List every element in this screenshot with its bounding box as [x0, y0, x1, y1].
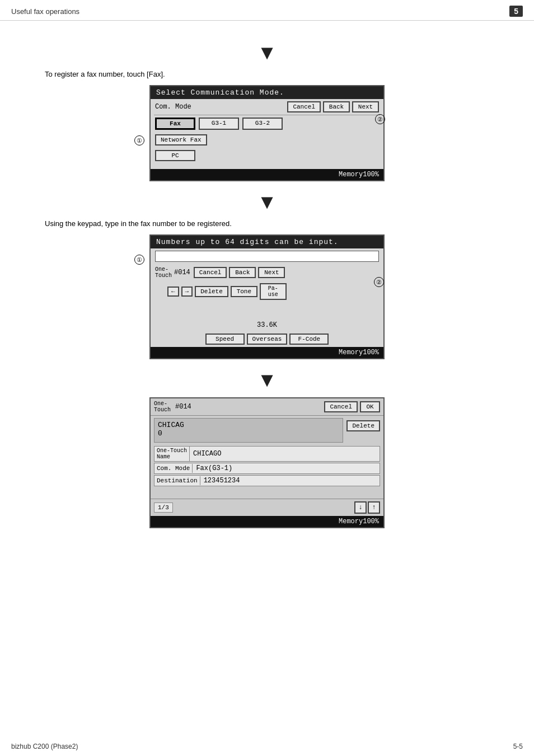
tone-btn[interactable]: Tone [231, 286, 257, 297]
p3-up-arrow-btn[interactable]: ↑ [368, 501, 380, 514]
panel2-bottom-btns: Speed Overseas F-Code [151, 331, 383, 347]
panel2-edit-row: ← → Delete Tone Pa-use [151, 281, 383, 302]
panel2-title: Numbers up to 64 digits can be input. [151, 236, 383, 248]
panel2-next-btn[interactable]: Next [258, 267, 285, 278]
g3-1-btn[interactable]: G3-1 [199, 118, 239, 130]
p3-destination-label: Destination [154, 476, 200, 485]
p3-nav-arrows: ↓ ↑ [354, 501, 380, 514]
number-014-label: #014 [174, 269, 190, 276]
p3-chicago-name: CHICAGO [190, 449, 224, 459]
footer-left: bizhub C200 (Phase2) [11, 743, 78, 750]
com-mode-label: Com. Mode [155, 103, 191, 111]
p3-page-num: 1/3 [154, 503, 173, 513]
speed-value: 33.6K [257, 321, 277, 329]
panel2-back-btn[interactable]: Back [229, 267, 256, 278]
pause-btn[interactable]: Pa-use [260, 283, 287, 300]
page-footer: bizhub C200 (Phase2) 5-5 [0, 743, 534, 750]
annotation-1-circle: ① [134, 135, 144, 145]
p3-com-mode-value: Fax(G3-1) [193, 463, 236, 473]
chapter-title: Useful fax operations [11, 7, 79, 16]
p3-chicago-display: CHICAG0 [154, 418, 343, 443]
panel1-network-row: Network Fax [151, 132, 383, 148]
panel2-controls-row: One-Touch #014 Cancel Back Next [151, 264, 383, 281]
panel1-cancel-btn[interactable]: Cancel [287, 101, 321, 112]
panel2-input-row [151, 248, 383, 264]
panel1-title: Select Communication Mode. [151, 86, 383, 99]
down-arrow-1: ▼ [11, 41, 523, 64]
panel2-screen: Numbers up to 64 digits can be input. On… [149, 234, 385, 359]
delete-btn[interactable]: Delete [195, 286, 228, 297]
p3-number-label: #014 [175, 403, 322, 411]
p3-com-mode-label: Com. Mode [154, 464, 193, 473]
panel3-memory: Memory100% [151, 516, 383, 527]
panel2-cancel-btn[interactable]: Cancel [194, 267, 227, 278]
panel1-memory: Memory100% [151, 169, 383, 180]
panel1-back-btn[interactable]: Back [323, 101, 350, 112]
instruction-2: Using the keypad, type in the fax number… [45, 219, 523, 228]
p3-destination-value: 123451234 [200, 476, 243, 486]
g3-2-btn[interactable]: G3-2 [242, 118, 283, 130]
main-content: ▼ To register a fax number, touch [Fax].… [0, 21, 534, 566]
panel1-controls-row: Com. Mode Cancel Back Next [151, 99, 383, 115]
footer-right: 5-5 [513, 743, 523, 750]
left-arrow-btn[interactable]: ← [167, 287, 179, 297]
network-fax-btn[interactable]: Network Fax [155, 134, 207, 145]
page-header: Useful fax operations 5 [0, 0, 534, 21]
p3-down-arrow-btn[interactable]: ↓ [354, 501, 367, 514]
annotation-p2-1-circle: ① [134, 255, 144, 265]
p3-one-touch-name-label: One-TouchName [154, 447, 190, 461]
annotation-p2-2-circle: ② [374, 277, 384, 287]
panel1-pc-row: PC [151, 148, 383, 163]
instruction-1: To register a fax number, touch [Fax]. [45, 70, 523, 78]
p3-one-touch-label: One-Touch [154, 401, 171, 413]
annotation-2-circle: ② [375, 114, 385, 124]
panel2-memory: Memory100% [151, 347, 383, 358]
panel1-mode-buttons: Fax G3-1 G3-2 [151, 115, 383, 132]
chapter-number: 5 [509, 6, 523, 17]
fcode-btn[interactable]: F-Code [289, 334, 329, 345]
p3-cancel-btn[interactable]: Cancel [324, 401, 358, 412]
pc-btn[interactable]: PC [155, 150, 195, 161]
panel1-screen: Select Communication Mode. Com. Mode Can… [149, 85, 385, 181]
down-arrow-3: ▼ [11, 368, 523, 392]
p3-delete-btn[interactable]: Delete [346, 420, 380, 431]
panel1-next-btn[interactable]: Next [352, 101, 379, 112]
right-arrow-btn[interactable]: → [181, 287, 193, 297]
panel3-top-row: One-Touch #014 Cancel OK [151, 398, 383, 416]
one-touch-label: One-Touch [155, 266, 172, 279]
down-arrow-2: ▼ [11, 190, 523, 214]
panel3-screen: One-Touch #014 Cancel OK CHICAG0 Delete … [149, 397, 385, 528]
p3-ok-btn[interactable]: OK [360, 401, 380, 412]
overseas-btn[interactable]: Overseas [247, 334, 288, 345]
fax-btn[interactable]: Fax [155, 118, 195, 130]
fax-number-input[interactable] [155, 251, 379, 262]
speed-btn[interactable]: Speed [205, 334, 245, 345]
panel2-speed-value-row: 33.6K [151, 319, 383, 331]
